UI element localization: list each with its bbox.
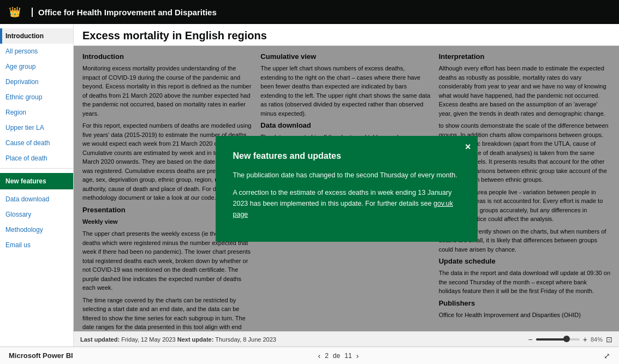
fullscreen-button[interactable]: ⤢ [604,351,610,360]
page-total: 11 [344,352,352,360]
sidebar-item-upper-tier-la[interactable]: Upper tier LA [0,120,73,135]
sidebar-item-ethnic-group[interactable]: Ethnic group [0,89,73,105]
zoom-percent: 84% [591,336,603,343]
page-next-button[interactable]: › [356,351,359,360]
next-update-label: Next update: [177,336,214,343]
page-current: 2 [325,352,329,360]
last-updated-label: Last updated: [80,336,120,343]
svg-text:👑: 👑 [9,6,21,18]
fit-screen-button[interactable]: ⊡ [606,335,612,344]
powerbi-bar: Microsoft Power BI ‹ 2 de 11 › ⤢ [0,347,619,364]
sidebar-item-introduction[interactable]: Introduction [0,28,73,44]
modal-dialog: × New features and updates The publicati… [216,136,478,242]
header-bar: 👑 Office for Health Improvement and Disp… [0,0,619,24]
zoom-slider-fill [536,338,567,341]
powerbi-brand: Microsoft Power BI [9,351,73,360]
zoom-slider-thumb [563,336,570,342]
sidebar-item-place-of-death[interactable]: Place of death [0,151,73,166]
next-update-value: Thursday, 8 June 2023 [215,336,276,343]
content-area: Excess mortality in English regions Intr… [74,24,619,347]
sidebar-item-deprivation[interactable]: Deprivation [0,74,73,89]
modal-paragraph-2-text: A correction to the estimate of excess d… [233,189,452,207]
footer-status: Last updated: Friday, 12 May 2023 Next u… [80,336,276,343]
modal-overlay: × New features and updates The publicati… [74,46,619,331]
page-prev-button[interactable]: ‹ [318,351,321,360]
crown-logo: 👑 [7,3,26,21]
sidebar-item-data-download[interactable]: Data download [0,192,73,207]
modal-paragraph-1: The publication date has changed to the … [233,170,460,181]
sidebar-item-glossary[interactable]: Glossary [0,207,73,222]
modal-title: New features and updates [233,151,460,161]
sidebar-divider [0,168,73,169]
sidebar-item-methodology[interactable]: Methodology [0,222,73,237]
content-scroll: IntroductionMonitoring excess mortality … [74,46,619,331]
sidebar-item-all-persons[interactable]: All persons [0,44,73,59]
sidebar: IntroductionAll personsAge groupDeprivat… [0,24,74,347]
org-name: Office for Health Improvement and Dispar… [32,8,217,17]
page-label: de [333,352,340,360]
modal-paragraph-2: A correction to the estimate of excess d… [233,187,460,220]
footer-bar: Last updated: Friday, 12 May 2023 Next u… [74,331,619,347]
sidebar-item-new-features[interactable]: New features [0,173,73,189]
zoom-out-button[interactable]: − [528,335,533,344]
powerbi-brand-label: Microsoft Power BI [9,351,73,360]
zoom-in-button[interactable]: + [583,335,587,344]
page-title: Excess mortality in English regions [74,24,619,46]
zoom-slider[interactable] [536,338,580,341]
sidebar-item-age-group[interactable]: Age group [0,59,73,74]
main-area: IntroductionAll personsAge groupDeprivat… [0,24,619,347]
modal-close-button[interactable]: × [465,141,471,153]
zoom-controls: − + 84% ⊡ [528,335,612,344]
page-nav: ‹ 2 de 11 › [318,351,359,360]
last-updated-value: Friday, 12 May 2023 [121,336,175,343]
sidebar-item-region[interactable]: Region [0,105,73,120]
sidebar-item-cause-of-death[interactable]: Cause of death [0,135,73,151]
sidebar-item-email-us[interactable]: Email us [0,237,73,253]
